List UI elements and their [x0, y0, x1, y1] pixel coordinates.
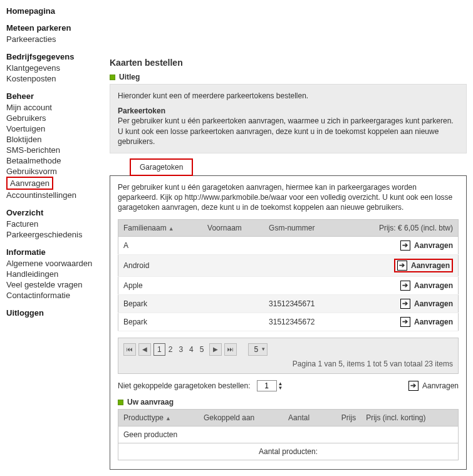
info-subtitle: Parkeertoken	[118, 106, 459, 116]
nav-accountinstellingen[interactable]: Accountinstellingen	[6, 190, 107, 200]
col-gsm[interactable]: Gsm-nummer	[264, 219, 341, 236]
arrow-right-icon: ➔	[400, 317, 410, 327]
order-row: Niet gekoppelde garagetoken bestellen: ▲…	[118, 380, 459, 391]
arrow-right-icon: ➔	[400, 281, 410, 291]
request-button[interactable]: ➔Aanvragen	[400, 299, 453, 309]
cell-gsm: 31512345672	[264, 313, 341, 331]
pager-page-1[interactable]: 1	[153, 343, 165, 356]
nav-mijn-account[interactable]: Mijn account	[6, 102, 107, 113]
cell-voornaam	[202, 276, 264, 294]
cell-voornaam	[202, 236, 264, 254]
products-table: Producttype▲ Gekoppeld aan Aantal Prijs …	[118, 409, 459, 460]
tab-garagetoken[interactable]: Garagetoken	[130, 158, 193, 176]
order-label: Niet gekoppelde garagetoken bestellen:	[118, 381, 251, 390]
nav-betaalmethode[interactable]: Betaalmethode	[6, 155, 107, 166]
col-prijs2[interactable]: Prijs	[327, 409, 361, 426]
request-button[interactable]: ➔Aanvragen	[400, 241, 453, 251]
table-row: Bepark31512345671➔Aanvragen	[118, 294, 459, 313]
request-button[interactable]: ➔Aanvragen	[400, 317, 453, 327]
nav-uitloggen[interactable]: Uitloggen	[6, 308, 107, 318]
order-request-button[interactable]: ➔ Aanvragen	[408, 381, 459, 391]
col-voornaam[interactable]: Voornaam	[202, 219, 264, 236]
empty-row: Geen producten	[118, 426, 459, 443]
pager: ⏮ ◀ 12345 ▶ ⏭ 5 Pagina 1 van 5, items 1 …	[118, 338, 459, 374]
cell-familienaam: A	[118, 236, 203, 254]
cell-voornaam	[202, 313, 264, 331]
square-icon	[118, 400, 123, 405]
cell-familienaam: Android	[118, 254, 203, 276]
nav-contactinformatie[interactable]: Contactinformatie	[6, 290, 107, 301]
nav-meteen-parkeren[interactable]: Meteen parkeren	[6, 23, 107, 33]
cell-voornaam	[202, 294, 264, 313]
cell-gsm	[264, 254, 341, 276]
pager-prev-icon[interactable]: ◀	[138, 343, 151, 356]
section-uitleg: Uitleg	[110, 73, 467, 81]
request-button[interactable]: ➔Aanvragen	[394, 259, 453, 272]
page-size-select[interactable]: 5	[248, 343, 268, 356]
section-aanvraag: Uw aanvraag	[118, 398, 459, 406]
nav-bloktijden[interactable]: Bloktijden	[6, 134, 107, 145]
nav-overzicht[interactable]: Overzicht	[6, 208, 107, 217]
nav-kostenposten[interactable]: Kostenposten	[6, 73, 107, 84]
nav-sms-berichten[interactable]: SMS-berichten	[6, 145, 107, 155]
spinner-down-icon[interactable]: ▼	[278, 386, 283, 390]
cell-gsm: 31512345671	[264, 294, 341, 313]
total-row: Aantal producten:	[118, 443, 459, 460]
order-qty-input[interactable]	[257, 380, 277, 391]
nav-voertuigen[interactable]: Voertuigen	[6, 123, 107, 134]
cell-gsm	[264, 276, 341, 294]
pager-page-3[interactable]: 3	[175, 343, 186, 356]
arrow-right-icon: ➔	[408, 381, 418, 391]
pager-page-2[interactable]: 2	[165, 343, 176, 356]
nav-aanvragen[interactable]: Aanvragen	[6, 177, 53, 190]
pager-info: Pagina 1 van 5, items 1 tot 5 van totaal…	[123, 360, 453, 368]
users-table: Familienaam▲ Voornaam Gsm-nummer Prijs: …	[118, 219, 459, 331]
request-button[interactable]: ➔Aanvragen	[400, 281, 453, 291]
col-producttype[interactable]: Producttype▲	[118, 409, 199, 426]
nav-gebruikers[interactable]: Gebruikers	[6, 113, 107, 123]
nav-home[interactable]: Homepagina	[6, 6, 107, 16]
arrow-right-icon: ➔	[400, 299, 410, 309]
table-row: A➔Aanvragen	[118, 236, 459, 254]
nav-handleidingen[interactable]: Handleidingen	[6, 269, 107, 279]
cell-familienaam: Bepark	[118, 294, 203, 313]
table-row: Apple➔Aanvragen	[118, 276, 459, 294]
info-body: Per gebruiker kunt u één parkeertoken aa…	[118, 116, 459, 147]
info-intro: Hieronder kunt een of meerdere parkeerto…	[118, 91, 459, 101]
nav-gebruiksvorm[interactable]: Gebruiksvorm	[6, 166, 107, 177]
page-title: Kaarten bestellen	[110, 58, 467, 68]
nav-facturen[interactable]: Facturen	[6, 219, 107, 229]
panel-garagetoken: Per gebruiker kunt u één garagetoken aan…	[110, 175, 467, 470]
pager-first-icon[interactable]: ⏮	[123, 343, 136, 356]
table-row: Bepark31512345672➔Aanvragen	[118, 313, 459, 331]
nav-informatie[interactable]: Informatie	[6, 247, 107, 257]
pager-next-icon[interactable]: ▶	[209, 343, 222, 356]
sidebar: Homepagina Meteen parkeren Parkeeracties…	[0, 0, 110, 476]
pager-last-icon[interactable]: ⏭	[224, 343, 237, 356]
col-aantal[interactable]: Aantal	[283, 409, 326, 426]
nav-parkeergeschiedenis[interactable]: Parkeergeschiedenis	[6, 229, 107, 240]
arrow-right-icon: ➔	[400, 241, 410, 251]
arrow-right-icon: ➔	[397, 261, 407, 271]
sort-asc-icon: ▲	[169, 225, 174, 232]
table-row: Android➔Aanvragen	[118, 254, 459, 276]
col-familienaam[interactable]: Familienaam▲	[118, 219, 203, 236]
nav-beheer[interactable]: Beheer	[6, 91, 107, 101]
nav-veel-gestelde-vragen[interactable]: Veel gestelde vragen	[6, 279, 107, 290]
nav-klantgegevens[interactable]: Klantgegevens	[6, 63, 107, 73]
nav-algemene-voorwaarden[interactable]: Algemene voorwaarden	[6, 258, 107, 269]
col-prijs: Prijs: € 6,05 (incl. btw)	[341, 219, 459, 236]
panel-intro: Per gebruiker kunt u één garagetoken aan…	[118, 182, 459, 213]
cell-familienaam: Apple	[118, 276, 203, 294]
pager-page-5[interactable]: 5	[197, 343, 207, 356]
col-gekoppeld[interactable]: Gekoppeld aan	[199, 409, 283, 426]
main-content: Kaarten bestellen Uitleg Hieronder kunt …	[110, 0, 473, 476]
col-prijs-korting[interactable]: Prijs (incl. korting)	[361, 409, 458, 426]
nav-parkeeracties[interactable]: Parkeeracties	[6, 34, 107, 44]
info-box: Hieronder kunt een of meerdere parkeerto…	[110, 84, 467, 153]
nav-bedrijfsgegevens[interactable]: Bedrijfsgegevens	[6, 52, 107, 61]
square-icon	[110, 75, 115, 80]
sort-asc-icon: ▲	[165, 415, 171, 422]
cell-voornaam	[202, 254, 264, 276]
pager-page-4[interactable]: 4	[186, 343, 197, 356]
